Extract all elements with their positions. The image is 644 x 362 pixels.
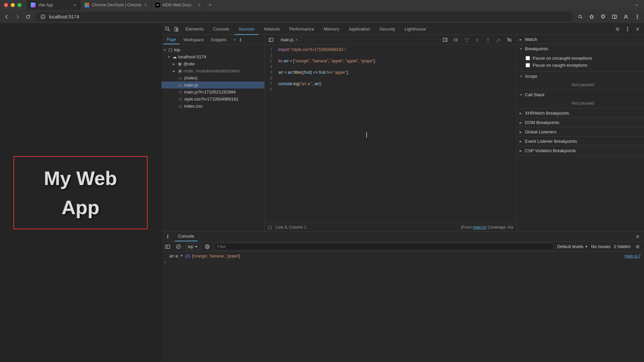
mdn-favicon: M: [155, 3, 160, 7]
more-icon[interactable]: [624, 25, 631, 33]
svg-rect-18: [443, 38, 447, 42]
device-mode-icon[interactable]: [173, 25, 180, 33]
close-editor-tab-icon[interactable]: ×: [296, 38, 298, 42]
tab-console[interactable]: Console: [209, 24, 233, 34]
text-cursor: [366, 132, 367, 138]
extensions-icon[interactable]: [600, 13, 606, 20]
pause-icon[interactable]: [452, 36, 460, 44]
more-vertical-icon[interactable]: [238, 36, 243, 44]
checkbox-caught[interactable]: Pause on caught exceptions: [526, 62, 640, 69]
tree-top[interactable]: ▼▢top: [161, 46, 264, 53]
step-out-icon[interactable]: [484, 36, 492, 44]
clear-console-icon[interactable]: [175, 243, 182, 250]
section-dom-breakpoints[interactable]: ▶DOM Breakpoints: [517, 118, 644, 127]
section-xhr-breakpoints[interactable]: ▶XHR/fetch Breakpoints: [517, 109, 644, 118]
editor-tab-main[interactable]: main.js ×: [277, 36, 302, 44]
tree-vite-folder[interactable]: ▶▣@vite: [161, 60, 264, 67]
step-into-icon[interactable]: [474, 36, 481, 44]
minimize-window-button[interactable]: [11, 3, 15, 7]
nav-tab-snippets[interactable]: Snippets: [208, 36, 230, 44]
toggle-navigator-icon[interactable]: [267, 36, 275, 44]
hidden-count[interactable]: 2 hidden: [614, 244, 631, 249]
back-button[interactable]: [3, 13, 10, 20]
tab-sources[interactable]: Sources: [234, 24, 259, 35]
svg-point-14: [240, 38, 241, 39]
close-devtools-icon[interactable]: [634, 25, 641, 33]
tab-elements[interactable]: Elements: [181, 24, 208, 34]
url-bar[interactable]: localhost:5174: [36, 12, 573, 22]
console-log-area[interactable]: arr a: ▶ (3) ['orange', 'banana', 'grape…: [161, 252, 644, 362]
new-tab-button[interactable]: +: [205, 0, 215, 10]
drawer-tab-console[interactable]: Console: [175, 232, 198, 241]
chevron-right-icon[interactable]: [232, 36, 237, 44]
tab-memory[interactable]: Memory: [320, 24, 343, 34]
settings-icon[interactable]: [614, 25, 621, 33]
deactivate-breakpoints-icon[interactable]: [506, 36, 513, 44]
tree-file-index[interactable]: ◇(index): [161, 74, 264, 81]
close-window-button[interactable]: [4, 3, 8, 7]
browser-tab-devtools[interactable]: Chrome DevTools | Chrome ×: [80, 0, 151, 10]
line-gutter: 12345678: [265, 45, 276, 223]
drawer-more-icon[interactable]: [164, 233, 171, 240]
close-tab-icon[interactable]: ×: [198, 2, 201, 8]
console-prompt[interactable]: ›: [165, 259, 641, 265]
log-source-link[interactable]: main.js:7: [625, 254, 641, 258]
console-settings-icon[interactable]: [634, 243, 641, 250]
section-scope[interactable]: ▼Scope: [517, 72, 644, 81]
tree-node-modules[interactable]: ▶▣node_modules/vite/dist/client: [161, 67, 264, 74]
sidepanel-icon[interactable]: [611, 13, 618, 20]
profile-icon[interactable]: [623, 13, 629, 20]
tree-file-indexcss[interactable]: ◇index.css: [161, 103, 264, 110]
section-event-listeners[interactable]: ▶Event Listener Breakpoints: [517, 137, 644, 146]
checkbox-uncaught[interactable]: Pause on uncaught exceptions: [526, 55, 640, 62]
issues-button[interactable]: No Issues: [591, 244, 610, 249]
inspect-element-icon[interactable]: [164, 25, 171, 33]
tree-file-main-ts[interactable]: ◇main.js?t=1710521282884: [161, 88, 264, 96]
tab-network[interactable]: Network: [260, 24, 284, 34]
tab-performance[interactable]: Performance: [285, 24, 318, 34]
section-watch[interactable]: ▶Watch: [517, 35, 644, 44]
browser-tab-mdn[interactable]: M MDN Web Docs ×: [151, 0, 205, 10]
log-entry[interactable]: arr a: ▶ (3) ['orange', 'banana', 'grape…: [165, 253, 641, 259]
toggle-debugger-icon[interactable]: [441, 36, 449, 44]
section-callstack[interactable]: ▼Call Stack: [517, 90, 644, 99]
format-icon[interactable]: { }: [268, 225, 272, 230]
tab-application[interactable]: Application: [345, 24, 374, 34]
source-file-link[interactable]: main.js: [473, 225, 485, 230]
close-tab-icon[interactable]: ×: [73, 2, 76, 8]
console-sidebar-icon[interactable]: [164, 243, 171, 250]
log-levels-selector[interactable]: Default levels▼: [557, 244, 588, 249]
log-label: arr a:: [169, 254, 179, 258]
nav-tab-page[interactable]: Page: [163, 36, 179, 44]
nav-tab-workspace[interactable]: Workspace: [180, 36, 207, 44]
console-filter-input[interactable]: [214, 243, 554, 250]
inspected-heading[interactable]: My Web App: [13, 156, 148, 229]
close-drawer-icon[interactable]: [634, 233, 641, 240]
tree-host[interactable]: ▼☁localhost:5174: [161, 53, 264, 60]
forward-button[interactable]: [14, 13, 21, 20]
callstack-not-paused: Not paused: [517, 99, 644, 108]
search-icon[interactable]: [577, 13, 584, 20]
step-icon[interactable]: [495, 36, 502, 44]
section-global-listeners[interactable]: ▶Global Listeners: [517, 127, 644, 136]
section-breakpoints[interactable]: ▼Breakpoints: [517, 44, 644, 53]
chrome-favicon: [85, 3, 89, 7]
section-csp-breakpoints[interactable]: ▶CSP Violation Breakpoints: [517, 146, 644, 155]
chevron-down-icon[interactable]: [633, 2, 640, 8]
menu-icon[interactable]: [634, 13, 641, 20]
close-tab-icon[interactable]: ×: [144, 2, 147, 8]
tab-security[interactable]: Security: [375, 24, 399, 34]
expand-array-icon[interactable]: ▶: [181, 254, 183, 258]
star-icon[interactable]: [588, 13, 595, 20]
tree-file-style[interactable]: ◇style.css?t=1710504969181: [161, 96, 264, 103]
live-expression-icon[interactable]: [204, 243, 211, 250]
maximize-window-button[interactable]: [17, 3, 21, 7]
reload-button[interactable]: [25, 13, 32, 20]
context-selector[interactable]: top ▼: [185, 243, 200, 250]
code-editor[interactable]: 12345678 import "/style.css?t=1710504969…: [265, 45, 517, 223]
tree-file-main[interactable]: ◇main.js: [161, 81, 264, 88]
browser-tab-vite[interactable]: Vite App ×: [27, 0, 80, 10]
step-over-icon[interactable]: [463, 36, 470, 44]
source-info: (From main.js) Coverage: n/a: [461, 225, 513, 230]
tab-lighthouse[interactable]: Lighthouse: [400, 24, 430, 34]
